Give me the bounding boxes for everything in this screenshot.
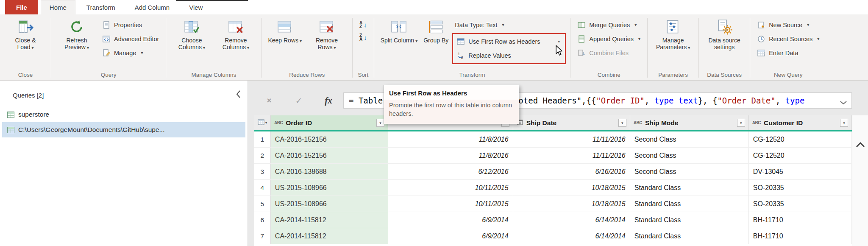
- table-cell[interactable]: 6/14/2014: [513, 212, 630, 228]
- enter-data-button[interactable]: Enter Data: [754, 46, 822, 60]
- column-header-ship-mode[interactable]: ABC Ship Mode ▾: [630, 115, 749, 130]
- row-number[interactable]: 6: [254, 212, 271, 228]
- remove-rows-button[interactable]: Remove Rows▾: [306, 17, 348, 50]
- recent-sources-button[interactable]: Recent Sources ▾: [754, 32, 822, 46]
- table-cell[interactable]: Standard Class: [630, 212, 749, 228]
- table-cell[interactable]: Second Class: [630, 131, 749, 147]
- table-cell[interactable]: 10/18/2015: [513, 180, 630, 196]
- manage-parameters-button[interactable]: Manage Parameters▾: [652, 17, 694, 50]
- row-number[interactable]: 5: [254, 196, 271, 212]
- table-cell[interactable]: 11/8/2016: [388, 131, 513, 147]
- row-number[interactable]: 3: [254, 164, 271, 179]
- column-header-ship-date[interactable]: Ship Date ▾: [513, 115, 630, 130]
- filter-button[interactable]: ▾: [618, 119, 626, 127]
- collapse-queries-pane-button[interactable]: [236, 90, 241, 100]
- data-type-button[interactable]: Data Type: Text ▾: [452, 18, 566, 32]
- query-item[interactable]: C:\Users\GeorgeMount\Documents\GitHub\su…: [2, 122, 245, 137]
- table-cell[interactable]: 10/18/2015: [513, 196, 630, 212]
- vertical-scrollbar[interactable]: [852, 115, 868, 246]
- select-all-corner-button[interactable]: ▾: [254, 115, 271, 130]
- table-cell[interactable]: 10/11/2015: [388, 196, 513, 212]
- table-cell[interactable]: SO-20335: [749, 180, 852, 196]
- fx-add-step-button[interactable]: fx: [314, 95, 343, 106]
- append-queries-button[interactable]: Append Queries ▾: [575, 32, 643, 46]
- commit-step-button[interactable]: ✓: [284, 96, 314, 106]
- grid-body: 1CA-2016-15215611/8/201611/11/2016Second…: [254, 131, 852, 244]
- group-by-button[interactable]: Group By: [421, 17, 451, 44]
- formula-bar-buttons: × ✓ fx: [254, 95, 343, 106]
- tab-home[interactable]: Home: [41, 0, 75, 14]
- table-cell[interactable]: CA-2014-115812: [271, 212, 388, 228]
- choose-columns-button[interactable]: Choose Columns▾: [170, 17, 213, 50]
- table-cell[interactable]: Second Class: [630, 148, 749, 163]
- tab-add-column[interactable]: Add Column: [126, 0, 178, 14]
- table-cell[interactable]: Second Class: [630, 164, 749, 179]
- table-cell[interactable]: CA-2016-152156: [271, 148, 388, 163]
- merge-queries-icon: [577, 21, 586, 29]
- formula-expand-chevron-icon[interactable]: [840, 99, 847, 106]
- advanced-editor-button[interactable]: Advanced Editor: [100, 32, 161, 46]
- group-label-transform: Transform: [374, 72, 570, 80]
- table-cell[interactable]: Standard Class: [630, 196, 749, 212]
- row-number[interactable]: 2: [254, 148, 271, 163]
- refresh-preview-button[interactable]: Refresh Preview▾: [56, 17, 98, 50]
- row-number[interactable]: 4: [254, 180, 271, 196]
- table-cell[interactable]: 10/11/2015: [388, 180, 513, 196]
- use-first-row-as-headers-button[interactable]: Use First Row as Headers ▾: [454, 34, 562, 48]
- filter-button[interactable]: ▾: [737, 119, 745, 127]
- data-source-settings-button[interactable]: Data source settings: [703, 17, 746, 50]
- column-header-order-id[interactable]: ABC Order ID ▾: [271, 115, 388, 130]
- table-cell[interactable]: 6/12/2016: [388, 164, 513, 179]
- merge-queries-button[interactable]: Merge Queries ▾: [575, 18, 643, 32]
- new-source-button[interactable]: New Source ▾: [754, 18, 822, 32]
- group-label-new-query: New Query: [750, 72, 826, 80]
- keep-rows-button[interactable]: Keep Rows▾: [266, 17, 304, 44]
- tab-transform[interactable]: Transform: [78, 0, 124, 14]
- discard-step-button[interactable]: ×: [254, 96, 284, 105]
- table-cell[interactable]: 6/16/2016: [513, 164, 630, 179]
- tab-file[interactable]: File: [5, 0, 38, 14]
- table-cell[interactable]: 6/14/2014: [513, 228, 630, 244]
- row-number[interactable]: 7: [254, 228, 271, 244]
- remove-columns-button[interactable]: Remove Columns▾: [214, 17, 257, 50]
- tooltip: Use First Row as Headers Promote the fir…: [384, 85, 519, 124]
- sort-ascending-button[interactable]: AZ ↓: [357, 20, 370, 30]
- table-cell[interactable]: CA-2016-138688: [271, 164, 388, 179]
- table-cell[interactable]: 11/8/2016: [388, 148, 513, 163]
- table-cell[interactable]: CA-2014-115812: [271, 228, 388, 244]
- combine-files-button[interactable]: Combine Files: [575, 46, 643, 60]
- table-cell[interactable]: CG-12520: [749, 131, 852, 147]
- properties-button[interactable]: Properties: [100, 18, 161, 32]
- table-cell[interactable]: CA-2016-152156: [271, 131, 388, 147]
- table-cell[interactable]: BH-11710: [749, 212, 852, 228]
- queries-pane: Queries [2] superstoreC:\Users\GeorgeMou…: [0, 81, 248, 246]
- table-cell[interactable]: Standard Class: [630, 180, 749, 196]
- table-cell[interactable]: US-2015-108966: [271, 180, 388, 196]
- table-cell[interactable]: 6/9/2014: [388, 228, 513, 244]
- scroll-up-icon[interactable]: [856, 142, 865, 149]
- table-cell[interactable]: SO-20335: [749, 196, 852, 212]
- filter-button[interactable]: ▾: [840, 119, 848, 127]
- query-table-icon: [7, 112, 14, 118]
- sort-descending-button[interactable]: ZA ↓: [357, 32, 370, 42]
- table-cell[interactable]: 11/11/2016: [513, 131, 630, 147]
- table-cell[interactable]: CG-12520: [749, 148, 852, 163]
- close-and-load-button[interactable]: Close & Load▾: [4, 17, 47, 50]
- column-header-customer-id[interactable]: ABC Customer ID ▾: [749, 115, 852, 130]
- dropdown-arrow-icon: ▾: [87, 45, 89, 50]
- table-cell[interactable]: BH-11710: [749, 228, 852, 244]
- table-cell[interactable]: 6/9/2014: [388, 212, 513, 228]
- table-cell[interactable]: DV-13045: [749, 164, 852, 179]
- table-cell[interactable]: US-2015-108966: [271, 196, 388, 212]
- split-column-button[interactable]: Split Column▾: [378, 17, 420, 44]
- tab-view[interactable]: View: [181, 0, 211, 14]
- table-cell[interactable]: Standard Class: [630, 228, 749, 244]
- manage-button[interactable]: Manage ▾: [100, 46, 161, 60]
- query-item[interactable]: superstore: [2, 107, 245, 122]
- replace-values-button[interactable]: 12 Replace Values: [454, 48, 562, 62]
- row-number[interactable]: 1: [254, 131, 271, 147]
- queries-list: superstoreC:\Users\GeorgeMount\Documents…: [0, 104, 248, 137]
- ribbon-group-new-query: New Source ▾ Recent Sources ▾: [750, 14, 826, 80]
- tooltip-title: Use First Row as Headers: [384, 85, 519, 100]
- table-cell[interactable]: 11/11/2016: [513, 148, 630, 163]
